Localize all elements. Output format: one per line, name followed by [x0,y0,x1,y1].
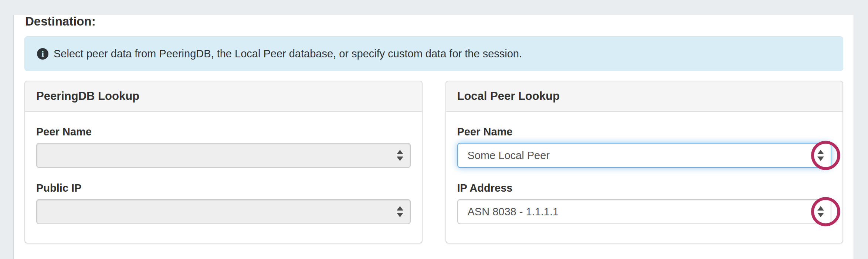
section-title: Destination: [25,15,842,28]
peeringdb-lookup-panel-body: Peer Name Public IP [25,112,422,224]
select-caret-icon [397,150,403,161]
local-peer-name-select-value: Some Local Peer [468,149,550,162]
public-ip-select-wrap [36,199,411,224]
local-peer-lookup-panel-title: Local Peer Lookup [446,81,843,112]
ip-address-select-value: ASN 8038 - 1.1.1.1 [468,206,559,218]
peeringdb-public-ip-select[interactable] [36,199,411,224]
local-peer-lookup-panel-body: Peer Name Some Local Peer IP Address [446,112,843,224]
ip-address-label: IP Address [457,182,832,194]
local-peer-name-label: Peer Name [457,126,832,138]
local-peer-lookup-panel: Local Peer Lookup Peer Name Some Local P… [445,81,844,243]
ip-address-select[interactable]: ASN 8038 - 1.1.1.1 [457,199,832,224]
lookup-panels-row: PeeringDB Lookup Peer Name Public [24,81,843,243]
public-ip-form-group: Public IP [36,182,411,224]
public-ip-label: Public IP [36,182,411,194]
peer-name-select-wrap [36,143,411,168]
local-peer-name-select[interactable]: Some Local Peer [457,143,832,168]
local-peer-name-form-group: Peer Name Some Local Peer [457,126,832,168]
info-circle-icon: i [37,48,48,60]
ip-address-form-group: IP Address ASN 8038 - 1.1.1.1 [457,182,832,224]
peeringdb-lookup-panel-title: PeeringDB Lookup [25,81,422,112]
peeringdb-peer-name-select[interactable] [36,143,411,168]
info-alert: i Select peer data from PeeringDB, the L… [24,36,843,71]
peer-name-form-group: Peer Name [36,126,411,168]
select-caret-icon [817,150,824,161]
peer-name-label: Peer Name [36,126,411,138]
select-caret-icon [817,206,824,217]
peeringdb-lookup-panel: PeeringDB Lookup Peer Name Public [24,81,423,243]
info-alert-text: Select peer data from PeeringDB, the Loc… [54,48,522,60]
content-page: Destination: i Select peer data from Pee… [13,15,854,259]
ip-address-select-wrap: ASN 8038 - 1.1.1.1 [457,199,832,224]
local-peer-name-select-wrap: Some Local Peer [457,143,832,168]
select-caret-icon [397,206,403,217]
